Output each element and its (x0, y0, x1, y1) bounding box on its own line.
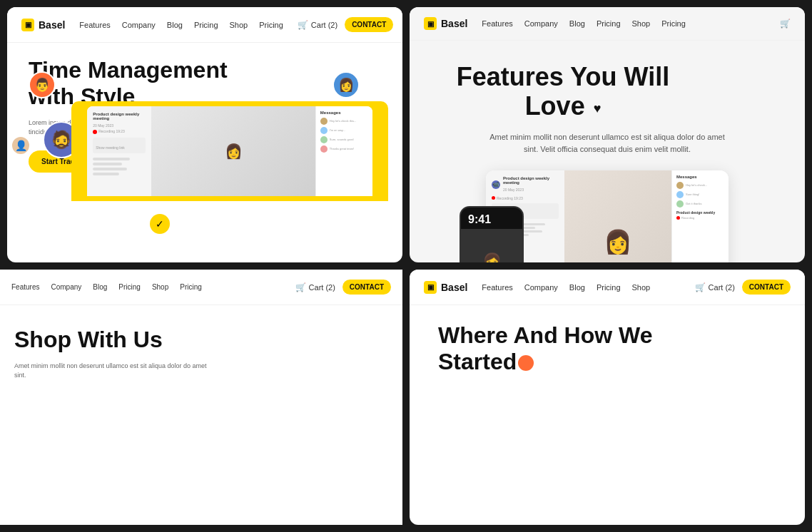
q3-cart-icon: 🛒 (295, 282, 306, 292)
tablet-date: 20 May 2023 (503, 188, 559, 192)
q2-nav-shop[interactable]: Shop (632, 19, 651, 28)
q2-description: Amet minim mollit non deserunt ullamco e… (486, 131, 729, 156)
q4-cart-wrap[interactable]: 🛒 Cart (2) (695, 282, 735, 292)
q4-logo-text: Basel (441, 282, 467, 293)
nav-pricing2[interactable]: Pricing (259, 21, 283, 29)
q1-logo[interactable]: ▣ Basel (21, 19, 65, 31)
q4-nav-shop[interactable]: Shop (632, 283, 651, 292)
msg-item-1: Hey let's check this... (320, 118, 368, 125)
tablet-messages: Messages Hey let's check... Sure thing! … (671, 170, 729, 262)
nav-shop[interactable]: Shop (230, 21, 248, 29)
q4-cart-icon: 🛒 (695, 282, 706, 292)
q3-nav-links: Features Company Blog Pricing Shop Prici… (11, 283, 285, 291)
q3-contact-button[interactable]: CONTACT (342, 280, 391, 295)
tablet-video: 👩 (564, 170, 671, 262)
q3-description: Amet minim mollit non deserunt ullamco e… (14, 362, 214, 381)
q3-nav-features[interactable]: Features (11, 283, 39, 291)
phone-mock: 9:41 👩 👨 👩 👦 (460, 206, 524, 262)
q2-cart-wrap[interactable]: 🛒 (780, 19, 791, 29)
q3-nav-pricing2[interactable]: Pricing (180, 283, 202, 291)
nav-company[interactable]: Company (122, 21, 156, 29)
cart-icon: 🛒 (298, 20, 308, 30)
q4-nav-company[interactable]: Company (524, 283, 558, 292)
msg-item-2: I'm on way... (320, 127, 368, 134)
q3-nav-company[interactable]: Company (51, 283, 81, 291)
q2-nav-features[interactable]: Features (482, 19, 512, 28)
q4-logo[interactable]: ▣ Basel (424, 281, 467, 294)
q4-nav-pricing[interactable]: Pricing (597, 283, 621, 292)
msg-text-4: Thanks great team! (330, 147, 354, 150)
mock-messages: Messages Hey let's check this... I'm on … (315, 106, 372, 196)
q2-nav-company[interactable]: Company (524, 19, 558, 28)
avatar-3: 👤 (11, 135, 31, 155)
mock-inner: Product design weekly meeting 20 May 202… (87, 106, 372, 196)
q3-nav-pricing[interactable]: Pricing (118, 283, 141, 291)
q4-hero: Where And How We Started (410, 305, 805, 399)
q4-nav-features[interactable]: Features (482, 283, 512, 292)
tablet-msg-1: Hey let's check... (676, 182, 724, 189)
msg-text-2: I'm on way... (330, 128, 345, 132)
tablet-meeting-title: Product design weekly meeting (503, 176, 559, 185)
avatar-2: 👩 (333, 71, 360, 98)
q3-cart-label: Cart (2) (309, 283, 335, 292)
cart-wrap[interactable]: 🛒 Cart (2) (298, 20, 338, 30)
q2-logo-icon: ▣ (424, 17, 437, 30)
contact-button[interactable]: CONTACT (345, 17, 393, 32)
q4-logo-icon: ▣ (424, 281, 437, 294)
tablet-msg-3: Got it thanks (676, 200, 724, 208)
q2-title-text: Features You Will Love (457, 62, 669, 121)
mock-sidebar: Product design weekly meeting 20 May 202… (87, 106, 151, 196)
q3-navbar: Features Company Blog Pricing Shop Prici… (0, 270, 402, 305)
nav-features[interactable]: Features (79, 21, 110, 29)
msg-item-3: Sure, sounds good (320, 136, 368, 143)
msg-text-1: Hey let's check this... (330, 119, 356, 123)
q3-cart-wrap[interactable]: 🛒 Cart (2) (295, 282, 335, 292)
q4-panel: ▣ Basel Features Company Blog Pricing Sh… (410, 270, 805, 525)
mock-recording: Recording 19:23 (98, 129, 125, 133)
q1-hero: 👨 👩 👤 👩 ▶ ✓ 🧔 🧕 Time Management with Sty… (7, 43, 402, 201)
q1-nav-right: 🛒 Cart (2) CONTACT (298, 17, 393, 32)
q1-panel: ▣ Basel Features Company Blog Pricing Sh… (7, 7, 402, 262)
nav-blog[interactable]: Blog (167, 21, 183, 29)
messages-title: Messages (320, 111, 368, 115)
q4-title: Where And How We Started (438, 322, 666, 375)
q2-nav-right: 🛒 (780, 19, 791, 29)
tablet-msg-2: Sure thing! (676, 191, 724, 198)
q4-nav-blog[interactable]: Blog (569, 283, 585, 292)
cart-label: Cart (2) (311, 21, 338, 29)
q1-mock-screen: Product design weekly meeting 20 May 202… (71, 101, 388, 201)
q3-hero: Shop With Us Amet minim mollit non deser… (0, 305, 402, 402)
q2-logo[interactable]: ▣ Basel (424, 17, 467, 30)
msg-item-4: Thanks great team! (320, 145, 368, 153)
q4-navbar: ▣ Basel Features Company Blog Pricing Sh… (410, 270, 805, 305)
q2-cart-icon: 🛒 (780, 19, 791, 29)
logo-icon: ▣ (21, 19, 34, 31)
video-feed: 👩 (151, 106, 315, 196)
tablet-msg-title: Messages (676, 175, 724, 179)
q1-navbar: ▣ Basel Features Company Blog Pricing Sh… (7, 7, 402, 43)
q4-title-text: Where And How We Started (438, 322, 652, 374)
avatar-1: 👨 (29, 71, 56, 98)
orange-dot-icon (518, 355, 534, 371)
q2-title: Features You Will Love ♥ (438, 62, 688, 121)
q3-title: Shop With Us (14, 327, 388, 353)
q2-mock-wrapper: 📹 Product design weekly meeting 20 May 2… (438, 170, 776, 262)
q4-nav-right: 🛒 Cart (2) CONTACT (695, 280, 791, 295)
q3-panel: Features Company Blog Pricing Shop Prici… (0, 270, 402, 525)
q2-nav-pricing2[interactable]: Pricing (661, 19, 686, 28)
q3-nav-right: 🛒 Cart (2) CONTACT (295, 280, 391, 295)
q2-nav-pricing[interactable]: Pricing (597, 19, 621, 28)
check-bubble: ✓ (150, 214, 170, 234)
q2-nav-blog[interactable]: Blog (569, 19, 585, 28)
q2-hero: Features You Will Love ♥ Amet minim moll… (410, 41, 805, 262)
q3-nav-blog[interactable]: Blog (93, 283, 107, 291)
nav-pricing[interactable]: Pricing (194, 21, 218, 29)
q4-contact-button[interactable]: CONTACT (742, 280, 791, 295)
q3-nav-shop[interactable]: Shop (152, 283, 168, 291)
q2-nav-links: Features Company Blog Pricing Shop Prici… (482, 19, 766, 28)
q2-logo-text: Basel (441, 18, 467, 29)
mock-date: 20 May 2023 (93, 123, 146, 128)
phone-time: 9:41 (461, 208, 522, 229)
phone-content: 👩 👨 👩 👦 (461, 229, 522, 262)
q4-nav-links: Features Company Blog Pricing Shop (482, 283, 680, 292)
